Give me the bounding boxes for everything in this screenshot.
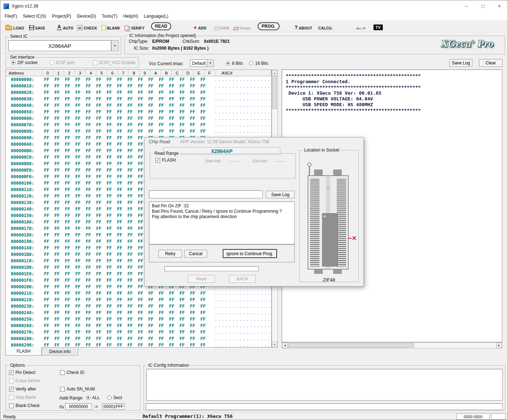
hex-byte[interactable]: FF (62, 155, 73, 160)
hex-byte[interactable]: FF (52, 304, 62, 309)
hex-byte[interactable]: FF (83, 297, 94, 302)
hex-byte[interactable]: FF (94, 135, 104, 140)
hex-byte[interactable]: FF (167, 122, 177, 127)
hex-byte[interactable]: FF (114, 297, 125, 302)
hex-byte[interactable]: FF (125, 252, 135, 257)
hex-byte[interactable]: FF (62, 77, 73, 82)
dialog-save-log-button[interactable]: Save Log (266, 191, 295, 198)
hex-byte[interactable]: FF (146, 83, 156, 89)
hex-byte[interactable]: FF (41, 278, 52, 283)
hex-byte[interactable]: FF (125, 77, 135, 82)
hex-byte[interactable]: FF (62, 304, 73, 309)
hex-byte[interactable]: FF (73, 116, 83, 121)
auto-sn-num-checkbox[interactable]: Auto SN_NUM (60, 387, 95, 392)
flash-checkbox[interactable]: FLASH (155, 158, 176, 163)
hex-byte[interactable]: FF (125, 310, 135, 315)
hex-byte[interactable]: FF (125, 207, 135, 212)
hex-byte[interactable]: FF (94, 174, 104, 179)
hex-byte[interactable]: FF (114, 336, 125, 341)
hex-byte[interactable]: FF (135, 90, 146, 95)
zif-socket-radio[interactable]: ZIF socket (11, 60, 37, 65)
hex-byte[interactable]: FF (125, 122, 135, 127)
hex-byte[interactable]: FF (177, 323, 187, 328)
check-id-checkbox[interactable]: Check ID (60, 370, 84, 375)
hex-byte[interactable]: FF (41, 258, 52, 263)
hex-byte[interactable]: FF (41, 77, 52, 82)
hex-byte[interactable]: FF (114, 330, 125, 335)
hex-byte[interactable]: FF (167, 291, 177, 296)
tab-device-info[interactable]: Device.Info (42, 348, 78, 356)
hex-byte[interactable]: FF (41, 252, 52, 257)
hex-byte[interactable]: FF (94, 148, 104, 153)
hex-byte[interactable]: FF (104, 317, 114, 322)
hex-byte[interactable]: FF (52, 265, 62, 270)
hex-byte[interactable]: FF (104, 168, 114, 173)
menu-item-device-d[interactable]: Device(D) (74, 13, 99, 20)
hex-byte[interactable]: FF (62, 122, 73, 127)
hex-byte[interactable]: FF (114, 220, 125, 225)
hex-byte[interactable]: FF (114, 103, 125, 108)
hex-byte[interactable]: FF (62, 187, 73, 192)
hex-byte[interactable]: FF (187, 116, 198, 121)
hex-byte[interactable]: FF (62, 336, 73, 341)
hex-byte[interactable]: FF (135, 83, 146, 89)
close-button[interactable]: × (491, 0, 508, 12)
hex-byte[interactable]: FF (52, 323, 62, 328)
erase-before-checkbox[interactable]: Erase before (9, 378, 40, 383)
hex-byte[interactable]: FF (83, 142, 94, 147)
hex-byte[interactable]: FF (73, 271, 83, 276)
log-horizontal-scrollbar[interactable]: ◀ ▶ (282, 342, 502, 348)
hex-byte[interactable]: FF (104, 116, 114, 121)
hex-byte[interactable]: FF (94, 278, 104, 283)
hex-byte[interactable]: FF (187, 297, 198, 302)
hex-byte[interactable]: FF (94, 187, 104, 192)
hex-byte[interactable]: FF (83, 245, 94, 250)
hex-byte[interactable]: FF (62, 103, 73, 108)
hex-byte[interactable]: FF (83, 83, 94, 89)
tab-flash[interactable]: FLASH (5, 347, 42, 356)
hex-byte[interactable]: FF (41, 207, 52, 212)
hex-byte[interactable]: FF (52, 142, 62, 147)
hex-byte[interactable]: FF (52, 330, 62, 335)
hex-byte[interactable]: FF (125, 194, 135, 199)
hex-byte[interactable]: FF (62, 142, 73, 147)
hex-byte[interactable]: FF (114, 142, 125, 147)
hex-byte[interactable]: FF (52, 239, 62, 244)
hex-byte[interactable]: FF (83, 77, 94, 82)
hex-byte[interactable]: FF (125, 148, 135, 153)
hex-byte[interactable]: FF (177, 336, 187, 341)
hex-byte[interactable]: FF (83, 90, 94, 95)
hex-byte[interactable]: FF (104, 291, 114, 296)
hex-byte[interactable]: FF (198, 122, 208, 127)
hex-byte[interactable]: FF (177, 83, 187, 89)
hex-byte[interactable]: FF (187, 90, 198, 95)
hex-byte[interactable]: FF (146, 109, 156, 114)
minimize-button[interactable]: − (458, 0, 475, 12)
hex-byte[interactable]: FF (135, 297, 146, 302)
hex-byte[interactable]: FF (62, 90, 73, 95)
hex-byte[interactable]: FF (177, 304, 187, 309)
hex-byte[interactable]: FF (41, 135, 52, 140)
read-button[interactable]: Read (188, 275, 215, 283)
hex-byte[interactable]: FF (135, 310, 146, 315)
hex-byte[interactable]: FF (83, 323, 94, 328)
hex-byte[interactable]: FF (52, 135, 62, 140)
hex-byte[interactable]: FF (41, 226, 52, 231)
hex-byte[interactable]: FF (114, 232, 125, 238)
hex-byte[interactable]: FF (62, 245, 73, 250)
hex-byte[interactable]: FF (104, 252, 114, 257)
hex-byte[interactable]: FF (167, 297, 177, 302)
hex-byte[interactable]: FF (83, 129, 94, 134)
hex-byte[interactable]: FF (41, 232, 52, 238)
hex-byte[interactable]: FF (114, 310, 125, 315)
hex-byte[interactable]: FF (73, 77, 83, 82)
hex-byte[interactable]: FF (104, 174, 114, 179)
select-ic-dropdown-button[interactable]: ▼ (111, 40, 119, 51)
hex-byte[interactable]: FF (52, 252, 62, 257)
hex-byte[interactable]: FF (114, 129, 125, 134)
hex-byte[interactable]: FF (125, 103, 135, 108)
hex-byte[interactable]: FF (187, 310, 198, 315)
hex-byte[interactable]: FF (52, 232, 62, 238)
hex-byte[interactable]: FF (135, 129, 146, 134)
hex-byte[interactable]: FF (135, 317, 146, 322)
